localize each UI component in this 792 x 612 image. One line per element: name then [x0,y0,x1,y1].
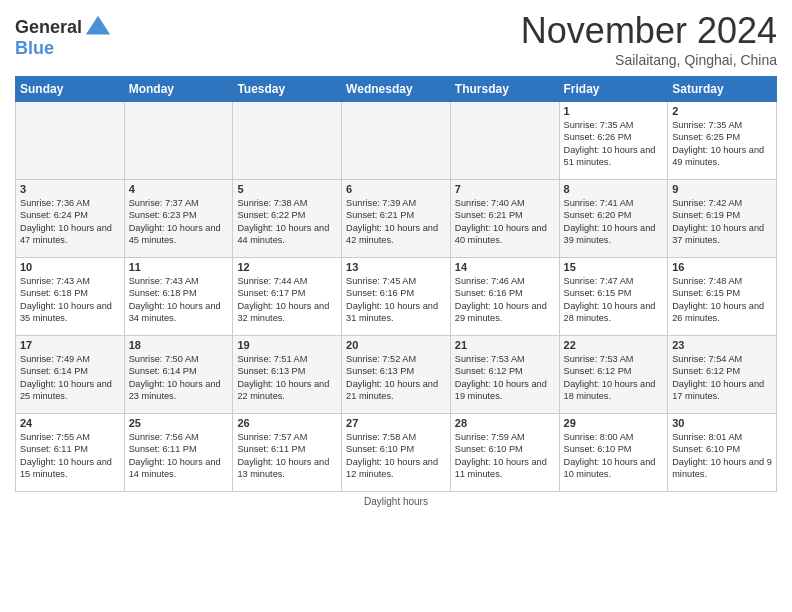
day-info: Sunrise: 7:46 AM Sunset: 6:16 PM Dayligh… [455,275,555,325]
subtitle: Sailaitang, Qinghai, China [521,52,777,68]
day-number: 21 [455,339,555,351]
day-number: 23 [672,339,772,351]
col-wednesday: Wednesday [342,77,451,102]
footer: Daylight hours [15,496,777,507]
week-row-2: 3Sunrise: 7:36 AM Sunset: 6:24 PM Daylig… [16,180,777,258]
day-number: 8 [564,183,664,195]
svg-marker-0 [86,16,110,35]
day-number: 20 [346,339,446,351]
day-cell: 23Sunrise: 7:54 AM Sunset: 6:12 PM Dayli… [668,336,777,414]
day-number: 16 [672,261,772,273]
week-row-4: 17Sunrise: 7:49 AM Sunset: 6:14 PM Dayli… [16,336,777,414]
week-row-1: 1Sunrise: 7:35 AM Sunset: 6:26 PM Daylig… [16,102,777,180]
day-cell: 5Sunrise: 7:38 AM Sunset: 6:22 PM Daylig… [233,180,342,258]
day-number: 27 [346,417,446,429]
day-cell: 27Sunrise: 7:58 AM Sunset: 6:10 PM Dayli… [342,414,451,492]
day-cell: 29Sunrise: 8:00 AM Sunset: 6:10 PM Dayli… [559,414,668,492]
day-cell: 16Sunrise: 7:48 AM Sunset: 6:15 PM Dayli… [668,258,777,336]
day-number: 18 [129,339,229,351]
day-info: Sunrise: 7:47 AM Sunset: 6:15 PM Dayligh… [564,275,664,325]
day-number: 5 [237,183,337,195]
day-info: Sunrise: 7:35 AM Sunset: 6:26 PM Dayligh… [564,119,664,169]
day-number: 4 [129,183,229,195]
day-info: Sunrise: 7:56 AM Sunset: 6:11 PM Dayligh… [129,431,229,481]
day-cell: 14Sunrise: 7:46 AM Sunset: 6:16 PM Dayli… [450,258,559,336]
day-info: Sunrise: 7:38 AM Sunset: 6:22 PM Dayligh… [237,197,337,247]
title-area: November 2024 Sailaitang, Qinghai, China [521,10,777,68]
day-cell [450,102,559,180]
day-info: Sunrise: 7:35 AM Sunset: 6:25 PM Dayligh… [672,119,772,169]
day-info: Sunrise: 7:58 AM Sunset: 6:10 PM Dayligh… [346,431,446,481]
week-row-5: 24Sunrise: 7:55 AM Sunset: 6:11 PM Dayli… [16,414,777,492]
day-cell [342,102,451,180]
day-cell [233,102,342,180]
day-cell: 24Sunrise: 7:55 AM Sunset: 6:11 PM Dayli… [16,414,125,492]
day-info: Sunrise: 7:53 AM Sunset: 6:12 PM Dayligh… [455,353,555,403]
day-info: Sunrise: 7:51 AM Sunset: 6:13 PM Dayligh… [237,353,337,403]
day-number: 13 [346,261,446,273]
day-cell: 18Sunrise: 7:50 AM Sunset: 6:14 PM Dayli… [124,336,233,414]
day-number: 7 [455,183,555,195]
day-number: 15 [564,261,664,273]
col-sunday: Sunday [16,77,125,102]
day-info: Sunrise: 7:41 AM Sunset: 6:20 PM Dayligh… [564,197,664,247]
day-cell: 11Sunrise: 7:43 AM Sunset: 6:18 PM Dayli… [124,258,233,336]
day-cell: 22Sunrise: 7:53 AM Sunset: 6:12 PM Dayli… [559,336,668,414]
day-cell: 17Sunrise: 7:49 AM Sunset: 6:14 PM Dayli… [16,336,125,414]
day-info: Sunrise: 7:48 AM Sunset: 6:15 PM Dayligh… [672,275,772,325]
day-info: Sunrise: 7:54 AM Sunset: 6:12 PM Dayligh… [672,353,772,403]
page-container: General Blue November 2024 Sailaitang, Q… [0,0,792,517]
day-info: Sunrise: 7:36 AM Sunset: 6:24 PM Dayligh… [20,197,120,247]
day-number: 26 [237,417,337,429]
day-number: 3 [20,183,120,195]
day-info: Sunrise: 7:49 AM Sunset: 6:14 PM Dayligh… [20,353,120,403]
col-friday: Friday [559,77,668,102]
day-info: Sunrise: 7:43 AM Sunset: 6:18 PM Dayligh… [20,275,120,325]
logo: General Blue [15,14,112,59]
day-cell [16,102,125,180]
day-cell: 28Sunrise: 7:59 AM Sunset: 6:10 PM Dayli… [450,414,559,492]
day-cell: 26Sunrise: 7:57 AM Sunset: 6:11 PM Dayli… [233,414,342,492]
calendar-table: Sunday Monday Tuesday Wednesday Thursday… [15,76,777,492]
col-monday: Monday [124,77,233,102]
col-tuesday: Tuesday [233,77,342,102]
col-thursday: Thursday [450,77,559,102]
day-info: Sunrise: 7:44 AM Sunset: 6:17 PM Dayligh… [237,275,337,325]
day-number: 12 [237,261,337,273]
day-cell: 1Sunrise: 7:35 AM Sunset: 6:26 PM Daylig… [559,102,668,180]
day-number: 19 [237,339,337,351]
header: General Blue November 2024 Sailaitang, Q… [15,10,777,68]
day-cell: 15Sunrise: 7:47 AM Sunset: 6:15 PM Dayli… [559,258,668,336]
day-info: Sunrise: 7:52 AM Sunset: 6:13 PM Dayligh… [346,353,446,403]
day-info: Sunrise: 8:01 AM Sunset: 6:10 PM Dayligh… [672,431,772,481]
day-cell [124,102,233,180]
day-info: Sunrise: 7:53 AM Sunset: 6:12 PM Dayligh… [564,353,664,403]
day-info: Sunrise: 8:00 AM Sunset: 6:10 PM Dayligh… [564,431,664,481]
day-number: 9 [672,183,772,195]
day-cell: 10Sunrise: 7:43 AM Sunset: 6:18 PM Dayli… [16,258,125,336]
day-cell: 30Sunrise: 8:01 AM Sunset: 6:10 PM Dayli… [668,414,777,492]
day-cell: 8Sunrise: 7:41 AM Sunset: 6:20 PM Daylig… [559,180,668,258]
day-info: Sunrise: 7:39 AM Sunset: 6:21 PM Dayligh… [346,197,446,247]
day-number: 1 [564,105,664,117]
day-number: 14 [455,261,555,273]
day-number: 25 [129,417,229,429]
day-number: 30 [672,417,772,429]
day-number: 10 [20,261,120,273]
week-row-3: 10Sunrise: 7:43 AM Sunset: 6:18 PM Dayli… [16,258,777,336]
day-info: Sunrise: 7:43 AM Sunset: 6:18 PM Dayligh… [129,275,229,325]
day-info: Sunrise: 7:40 AM Sunset: 6:21 PM Dayligh… [455,197,555,247]
day-number: 28 [455,417,555,429]
day-cell: 7Sunrise: 7:40 AM Sunset: 6:21 PM Daylig… [450,180,559,258]
col-saturday: Saturday [668,77,777,102]
day-cell: 19Sunrise: 7:51 AM Sunset: 6:13 PM Dayli… [233,336,342,414]
day-info: Sunrise: 7:50 AM Sunset: 6:14 PM Dayligh… [129,353,229,403]
day-cell: 12Sunrise: 7:44 AM Sunset: 6:17 PM Dayli… [233,258,342,336]
day-info: Sunrise: 7:57 AM Sunset: 6:11 PM Dayligh… [237,431,337,481]
day-number: 24 [20,417,120,429]
day-info: Sunrise: 7:37 AM Sunset: 6:23 PM Dayligh… [129,197,229,247]
day-info: Sunrise: 7:55 AM Sunset: 6:11 PM Dayligh… [20,431,120,481]
day-info: Sunrise: 7:42 AM Sunset: 6:19 PM Dayligh… [672,197,772,247]
day-cell: 13Sunrise: 7:45 AM Sunset: 6:16 PM Dayli… [342,258,451,336]
day-cell: 3Sunrise: 7:36 AM Sunset: 6:24 PM Daylig… [16,180,125,258]
